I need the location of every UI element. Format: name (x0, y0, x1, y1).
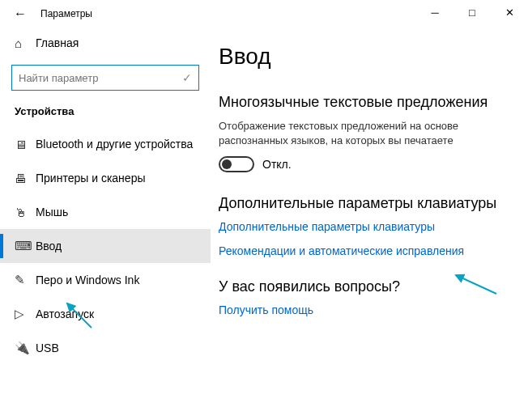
mouse-icon: 🖱 (15, 206, 36, 219)
sidebar-item-usb[interactable]: 🔌 USB (0, 331, 211, 365)
multilang-toggle[interactable] (219, 156, 254, 172)
toggle-knob (222, 159, 232, 169)
sidebar-item-label: Принтеры и сканеры (36, 172, 145, 185)
sidebar-category: Устройства (0, 99, 211, 127)
maximize-button[interactable]: □ (453, 0, 491, 24)
section-multilang-title: Многоязычные текстовые предложения (219, 94, 515, 111)
keyboard-icon: ⌨ (15, 239, 36, 253)
sidebar-item-mouse[interactable]: 🖱 Мышь (0, 195, 211, 229)
sidebar-item-autoplay[interactable]: ▷ Автозапуск (0, 297, 211, 331)
sidebar-item-printers[interactable]: 🖶 Принтеры и сканеры (0, 161, 211, 195)
sidebar-item-label: USB (36, 342, 59, 354)
usb-icon: 🔌 (15, 341, 36, 355)
autoplay-icon: ▷ (15, 307, 36, 321)
sidebar-item-label: Перо и Windows Ink (36, 274, 139, 286)
sidebar-home-label: Главная (36, 36, 79, 49)
pen-icon: ✎ (15, 273, 36, 287)
sidebar-home[interactable]: ⌂ Главная (0, 28, 211, 58)
advanced-keyboard-link[interactable]: Дополнительные параметры клавиатуры (219, 220, 515, 233)
recommendations-link[interactable]: Рекомендации и автоматические исправлени… (219, 244, 515, 257)
multilang-toggle-state: Откл. (262, 158, 292, 171)
sidebar-item-typing[interactable]: ⌨ Ввод (0, 229, 211, 263)
home-icon: ⌂ (15, 36, 36, 50)
section-multilang-desc: Отображение текстовых предложений на осн… (219, 119, 515, 148)
sidebar-item-label: Автозапуск (36, 308, 94, 320)
sidebar-item-label: Bluetooth и другие устройства (36, 138, 193, 151)
sidebar-item-label: Мышь (36, 206, 68, 218)
main-content: Ввод Многоязычные текстовые предложения … (211, 28, 528, 420)
close-button[interactable]: ✕ (491, 0, 528, 24)
section-help-title: У вас появились вопросы? (219, 278, 515, 295)
back-button[interactable]: ← (8, 6, 32, 21)
sidebar-item-bluetooth[interactable]: 🖥 Bluetooth и другие устройства (0, 127, 211, 161)
printer-icon: 🖶 (15, 172, 36, 185)
section-keyboard-title: Дополнительные параметры клавиатуры (219, 195, 515, 212)
search-icon: ✓ (182, 71, 192, 84)
page-title: Ввод (219, 44, 515, 70)
sidebar: ⌂ Главная ✓ Устройства 🖥 Bluetooth и дру… (0, 28, 211, 420)
minimize-button[interactable]: ─ (416, 0, 453, 24)
search-input[interactable] (19, 72, 182, 84)
get-help-link[interactable]: Получить помощь (219, 303, 515, 316)
sidebar-item-pen[interactable]: ✎ Перо и Windows Ink (0, 263, 211, 297)
bluetooth-icon: 🖥 (15, 138, 36, 151)
sidebar-item-label: Ввод (36, 240, 62, 252)
search-box[interactable]: ✓ (11, 65, 199, 91)
window-title: Параметры (40, 8, 92, 19)
